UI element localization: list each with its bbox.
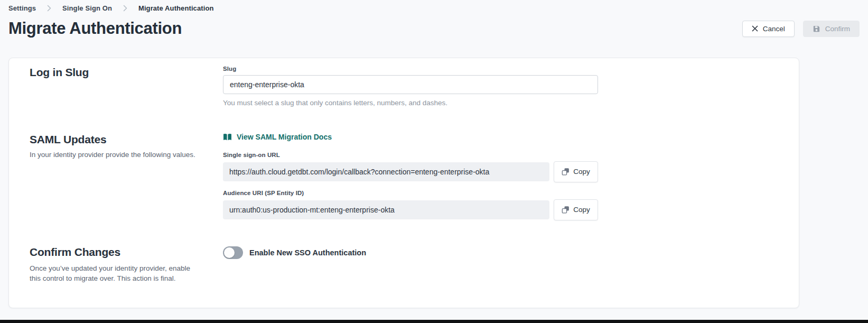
copy-audience-uri-button[interactable]: Copy bbox=[554, 199, 598, 220]
saml-updates-subtitle: In your identity provider provide the fo… bbox=[30, 150, 223, 160]
enable-sso-toggle-row: Enable New SSO Authentication bbox=[223, 246, 778, 259]
section-login-slug-left: Log in Slug bbox=[30, 66, 223, 79]
sso-url-label: Single sign-on URL bbox=[223, 152, 778, 158]
cancel-button[interactable]: Cancel bbox=[742, 21, 795, 37]
breadcrumb-current: Migrate Authentication bbox=[138, 4, 214, 12]
migrate-authentication-card: Log in Slug Slug You must select a slug … bbox=[8, 58, 799, 308]
view-saml-migration-docs-link[interactable]: View SAML Migration Docs bbox=[223, 133, 332, 141]
section-confirm-changes-left: Confirm Changes Once you’ve updated your… bbox=[30, 245, 223, 283]
login-slug-heading: Log in Slug bbox=[30, 66, 223, 79]
section-saml-updates: SAML Updates In your identity provider p… bbox=[30, 133, 778, 220]
slug-helper-text: You must select a slug that only contain… bbox=[223, 99, 778, 107]
section-confirm-changes: Confirm Changes Once you’ve updated your… bbox=[30, 245, 778, 283]
x-icon bbox=[752, 25, 758, 32]
save-icon bbox=[813, 25, 820, 33]
copy-sso-url-label: Copy bbox=[573, 168, 590, 176]
book-icon bbox=[223, 133, 232, 141]
copy-sso-url-button[interactable]: Copy bbox=[554, 161, 598, 182]
sso-url-row: https://auth.cloud.getdbt.com/login/call… bbox=[223, 161, 778, 182]
audience-uri-row: urn:auth0:us-production-mt:enteng-enterp… bbox=[223, 199, 778, 220]
enable-sso-toggle[interactable] bbox=[223, 246, 243, 259]
cancel-label: Cancel bbox=[763, 25, 785, 33]
copy-icon bbox=[562, 168, 570, 176]
confirm-changes-description: Once you’ve updated your identity provid… bbox=[30, 263, 200, 283]
header-actions: Cancel Confirm bbox=[742, 21, 860, 37]
toggle-knob bbox=[224, 247, 235, 258]
copy-audience-uri-label: Copy bbox=[573, 206, 590, 214]
slug-input[interactable] bbox=[223, 75, 598, 94]
confirm-changes-heading: Confirm Changes bbox=[30, 245, 223, 259]
chevron-right-icon bbox=[123, 5, 127, 12]
page-title: Migrate Authentication bbox=[8, 19, 182, 38]
confirm-label: Confirm bbox=[825, 25, 850, 33]
confirm-button[interactable]: Confirm bbox=[803, 21, 860, 37]
view-saml-migration-docs-label: View SAML Migration Docs bbox=[237, 133, 332, 141]
bottom-edge bbox=[0, 320, 868, 323]
copy-icon bbox=[562, 206, 570, 214]
breadcrumb-single-sign-on[interactable]: Single Sign On bbox=[62, 4, 112, 12]
section-login-slug-right: Slug You must select a slug that only co… bbox=[223, 66, 778, 107]
audience-uri-label: Audience URI (SP Entity ID) bbox=[223, 190, 778, 196]
section-saml-updates-left: SAML Updates In your identity provider p… bbox=[30, 133, 223, 160]
chevron-right-icon bbox=[47, 5, 51, 12]
section-confirm-changes-right: Enable New SSO Authentication bbox=[223, 245, 778, 259]
section-saml-updates-right: View SAML Migration Docs Single sign-on … bbox=[223, 133, 778, 220]
slug-field-label: Slug bbox=[223, 66, 778, 72]
breadcrumb: Settings Single Sign On Migrate Authenti… bbox=[8, 3, 860, 13]
saml-updates-heading: SAML Updates bbox=[30, 133, 223, 146]
sso-url-value: https://auth.cloud.getdbt.com/login/call… bbox=[223, 162, 549, 181]
section-login-slug: Log in Slug Slug You must select a slug … bbox=[30, 66, 778, 107]
audience-uri-value: urn:auth0:us-production-mt:enteng-enterp… bbox=[223, 200, 549, 219]
topbar: Settings Single Sign On Migrate Authenti… bbox=[0, 0, 868, 41]
enable-sso-toggle-label: Enable New SSO Authentication bbox=[249, 248, 366, 257]
breadcrumb-settings[interactable]: Settings bbox=[8, 4, 36, 12]
page-header: Migrate Authentication Cancel Confirm bbox=[8, 16, 860, 41]
